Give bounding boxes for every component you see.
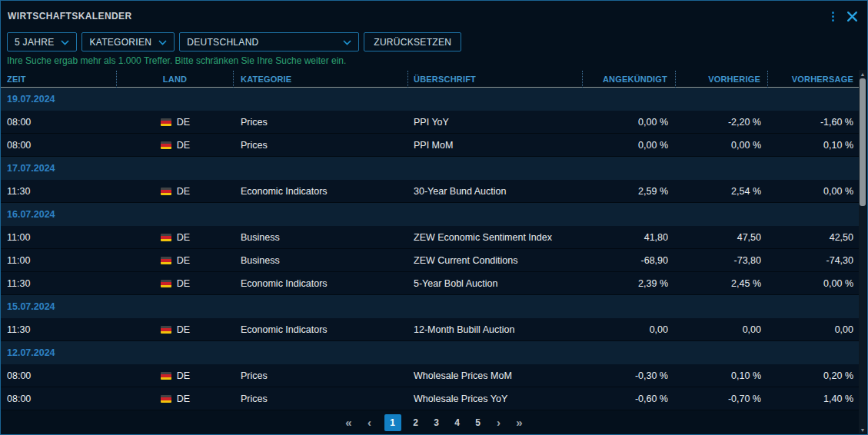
column-header-ueberschrift: ÜBERSCHRIFT bbox=[408, 71, 583, 88]
pagination-page-5[interactable]: 5 bbox=[472, 414, 484, 431]
country-code: DE bbox=[177, 393, 190, 404]
period-dropdown[interactable]: 5 JAHRE bbox=[7, 32, 77, 51]
pagination-first-button[interactable]: « bbox=[343, 414, 355, 431]
pagination-next-button[interactable]: › bbox=[493, 414, 505, 431]
forecast-cell: 0,00 % bbox=[768, 180, 860, 203]
forecast-cell: 0,10 % bbox=[768, 134, 860, 157]
forecast-cell: 1,40 % bbox=[768, 387, 860, 410]
table-row[interactable]: 08:00 DE Prices PPI YoY 0,00 % -2,20 % -… bbox=[1, 111, 860, 134]
headline-cell: 5-Year Bobl Auction bbox=[408, 272, 583, 295]
announced-cell: 0,00 % bbox=[583, 111, 676, 134]
table-row[interactable]: 11:30 DE Economic Indicators 5-Year Bobl… bbox=[1, 272, 860, 295]
previous-cell: 2,45 % bbox=[676, 272, 768, 295]
pagination-page-3[interactable]: 3 bbox=[431, 414, 443, 431]
scrollbar-up-arrow[interactable]: ▲ bbox=[859, 70, 866, 78]
close-icon[interactable] bbox=[846, 11, 858, 22]
forecast-cell: -74,30 bbox=[768, 249, 860, 272]
forecast-cell: 0,00 % bbox=[768, 272, 860, 295]
germany-flag-icon bbox=[161, 188, 171, 195]
scrollbar-down-arrow[interactable]: ▼ bbox=[859, 426, 866, 433]
forecast-cell: 42,50 bbox=[768, 226, 860, 249]
announced-cell: -0,60 % bbox=[583, 387, 676, 410]
time-cell: 08:00 bbox=[1, 364, 117, 387]
filter-bar: 5 JAHRE KATEGORIEN DEUTSCHLAND ZURÜCKSET… bbox=[7, 32, 861, 51]
country-code: DE bbox=[177, 232, 190, 243]
time-cell: 08:00 bbox=[1, 134, 117, 157]
scrollbar-thumb[interactable] bbox=[860, 78, 866, 206]
time-cell: 08:00 bbox=[1, 111, 117, 134]
table-row[interactable]: 08:00 DE Prices Wholesale Prices MoM -0,… bbox=[1, 364, 860, 387]
announced-cell: 0,00 bbox=[583, 318, 676, 341]
headline-cell: Wholesale Prices YoY bbox=[408, 387, 583, 410]
column-header-vorhersage: VORHERSAGE bbox=[768, 71, 860, 88]
group-date-label: 16.07.2024 bbox=[1, 203, 55, 226]
column-header-kategorie: KATEGORIE bbox=[234, 71, 408, 88]
table-row[interactable]: 08:00 DE Prices PPI MoM 0,00 % 0,00 % 0,… bbox=[1, 134, 860, 157]
pagination-last-button[interactable]: » bbox=[514, 414, 526, 431]
previous-cell: 47,50 bbox=[676, 226, 768, 249]
germany-flag-icon bbox=[161, 395, 171, 403]
category-cell: Prices bbox=[234, 387, 408, 410]
germany-flag-icon bbox=[161, 257, 171, 264]
announced-cell: 2,39 % bbox=[583, 272, 676, 295]
reset-button[interactable]: ZURÜCKSETZEN bbox=[364, 32, 461, 51]
country-code: DE bbox=[177, 278, 190, 289]
previous-cell: -0,70 % bbox=[676, 387, 768, 410]
country-cell: DE bbox=[117, 134, 234, 157]
country-cell: DE bbox=[117, 111, 234, 134]
search-warning-text: Ihre Suche ergab mehr als 1.000 Treffer.… bbox=[7, 55, 861, 70]
previous-cell: -73,80 bbox=[676, 249, 768, 272]
headline-cell: PPI YoY bbox=[408, 111, 583, 134]
pagination-page-1[interactable]: 1 bbox=[384, 414, 401, 431]
kebab-menu-icon[interactable] bbox=[830, 10, 836, 23]
germany-flag-icon bbox=[161, 118, 171, 126]
vertical-scrollbar[interactable]: ▲ ▼ bbox=[859, 70, 866, 433]
table-row[interactable]: 11:30 DE Economic Indicators 30-Year Bun… bbox=[1, 180, 860, 203]
headline-cell: Wholesale Prices MoM bbox=[408, 364, 583, 387]
group-date-label: 19.07.2024 bbox=[1, 88, 55, 111]
country-cell: DE bbox=[117, 226, 234, 249]
headline-cell: ZEW Economic Sentiment Index bbox=[408, 226, 583, 249]
announced-cell: 41,80 bbox=[583, 226, 676, 249]
chevron-down-icon bbox=[158, 37, 167, 48]
chevron-down-icon bbox=[343, 37, 351, 48]
category-cell: Prices bbox=[234, 111, 408, 134]
panel-title: WIRTSCHAFTSKALENDER bbox=[8, 11, 132, 22]
table-row[interactable]: 11:30 DE Economic Indicators 12-Month Bu… bbox=[1, 318, 860, 341]
categories-dropdown[interactable]: KATEGORIEN bbox=[81, 32, 175, 51]
pagination-page-4[interactable]: 4 bbox=[451, 414, 464, 431]
time-cell: 11:30 bbox=[1, 272, 117, 295]
germany-flag-icon bbox=[161, 372, 171, 380]
time-cell: 11:30 bbox=[1, 318, 117, 341]
table-row[interactable]: 11:00 DE Business ZEW Current Conditions… bbox=[1, 249, 860, 272]
category-cell: Economic Indicators bbox=[234, 180, 408, 203]
time-cell: 11:30 bbox=[1, 180, 117, 203]
chevron-down-icon bbox=[61, 37, 69, 48]
germany-flag-icon bbox=[161, 234, 171, 241]
time-cell: 08:00 bbox=[1, 387, 117, 410]
categories-dropdown-label: KATEGORIEN bbox=[89, 37, 151, 48]
pagination-prev-button[interactable]: ‹ bbox=[364, 414, 376, 431]
forecast-cell: 0,20 % bbox=[768, 364, 860, 387]
table-row[interactable]: 08:00 DE Prices Wholesale Prices YoY -0,… bbox=[1, 387, 860, 410]
country-dropdown[interactable]: DEUTSCHLAND bbox=[179, 32, 359, 51]
time-cell: 11:00 bbox=[1, 249, 117, 272]
announced-cell: -68,90 bbox=[583, 249, 676, 272]
table-row[interactable]: 11:00 DE Business ZEW Economic Sentiment… bbox=[1, 226, 860, 249]
date-group-row: 17.07.2024 bbox=[1, 157, 860, 180]
category-cell: Economic Indicators bbox=[234, 318, 408, 341]
date-group-row: 19.07.2024 bbox=[1, 88, 860, 111]
country-cell: DE bbox=[117, 249, 234, 272]
pagination-page-2[interactable]: 2 bbox=[410, 414, 422, 431]
country-cell: DE bbox=[117, 364, 234, 387]
country-code: DE bbox=[177, 324, 190, 335]
country-cell: DE bbox=[117, 180, 234, 203]
germany-flag-icon bbox=[161, 280, 171, 287]
headline-cell: ZEW Current Conditions bbox=[408, 249, 583, 272]
country-code: DE bbox=[177, 255, 190, 266]
country-cell: DE bbox=[117, 387, 234, 410]
category-cell: Business bbox=[234, 226, 408, 249]
country-dropdown-label: DEUTSCHLAND bbox=[187, 37, 258, 48]
announced-cell: 2,59 % bbox=[583, 180, 676, 203]
date-group-row: 12.07.2024 bbox=[1, 341, 860, 364]
